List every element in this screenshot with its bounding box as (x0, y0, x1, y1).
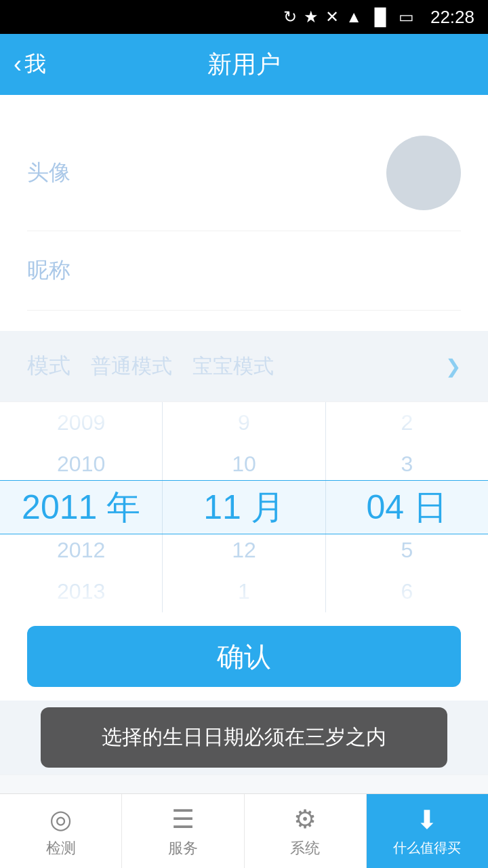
status-time: 22:28 (430, 7, 474, 28)
gear-icon: ⚙ (293, 804, 317, 834)
picker-day-item-4: 6 (326, 571, 488, 612)
tab-item-system[interactable]: ⚙ 系统 (245, 794, 367, 868)
picker-day-selected: 04 日 (326, 485, 488, 530)
wifi-icon: ▲ (346, 7, 362, 26)
tab-label-detect: 检测 (46, 838, 76, 859)
tab-item-detect[interactable]: ◎ 检测 (0, 794, 122, 868)
tab-item-service[interactable]: ☰ 服务 (122, 794, 244, 868)
signal-icon: ▐▌ (369, 7, 392, 26)
toast-message: 选择的生日日期必须在三岁之内 (41, 707, 447, 768)
picker-year-item-4: 2013 (0, 571, 162, 612)
picker-month-item-1: 10 (163, 443, 325, 485)
avatar-row: 头像 (27, 115, 461, 231)
mode-right-value: 宝宝模式 (192, 353, 274, 380)
picker-month-item-3: 12 (163, 530, 325, 572)
tab-item-smzdm[interactable]: ⬇ 什么值得买 (367, 794, 488, 868)
nav-bar: ‹ 我 新用户 (0, 34, 488, 95)
person-pin-icon: ⬇ (416, 805, 438, 835)
picker-year-selected: 2011 年 (0, 485, 162, 530)
picker-day-item-3: 5 (326, 530, 488, 572)
mode-row: 模式 普通模式 宝宝模式 ❯ (0, 331, 488, 402)
picker-year-item-0: 2009 (0, 402, 162, 443)
picker-month-col[interactable]: 9 10 11 月 12 1 (163, 402, 325, 612)
picker-year-item-1: 2010 (0, 443, 162, 485)
tab-bar: ◎ 检测 ☰ 服务 ⚙ 系统 ⬇ 什么值得买 (0, 793, 488, 868)
list-icon: ☰ (171, 804, 195, 834)
picker-day-col[interactable]: 2 3 04 日 5 6 (326, 402, 488, 612)
radar-icon: ◎ (49, 804, 72, 834)
main-content: 头像 昵称 模式 普通模式 宝宝模式 ❯ 2009 2010 2011 年 20… (0, 95, 488, 868)
sync-icon: ↻ (283, 7, 297, 26)
tab-label-service: 服务 (168, 838, 198, 859)
nickname-row: 昵称 (27, 231, 461, 311)
picker-year-item-3: 2012 (0, 530, 162, 572)
confirm-button[interactable]: 确认 (27, 626, 461, 687)
toast-text: 选择的生日日期必须在三岁之内 (102, 726, 386, 748)
signal-mute-icon: ✕ (325, 7, 339, 26)
bluetooth-icon: ★ (304, 7, 319, 26)
back-button[interactable]: ‹ 我 (14, 50, 46, 79)
mode-left-value: 普通模式 (91, 353, 172, 380)
back-label: 我 (24, 50, 46, 79)
nickname-label: 昵称 (27, 258, 70, 282)
picker-month-selected: 11 月 (163, 485, 325, 530)
picker-day-item-0: 2 (326, 402, 488, 443)
confirm-button-area: 确认 (0, 612, 488, 701)
form-section: 头像 昵称 (0, 95, 488, 331)
status-bar: ↻ ★ ✕ ▲ ▐▌ ▭ 22:28 (0, 0, 488, 34)
avatar-label: 头像 (27, 158, 70, 188)
back-chevron-icon: ‹ (14, 52, 22, 77)
picker-month-item-0: 9 (163, 402, 325, 443)
status-icons: ↻ ★ ✕ ▲ ▐▌ ▭ (283, 7, 414, 26)
tab-label-smzdm: 什么值得买 (393, 839, 461, 857)
date-picker[interactable]: 2009 2010 2011 年 2012 2013 9 10 11 月 12 … (0, 402, 488, 612)
tab-label-system: 系统 (290, 838, 320, 859)
picker-month-item-4: 1 (163, 571, 325, 612)
picker-year-col[interactable]: 2009 2010 2011 年 2012 2013 (0, 402, 162, 612)
picker-day-item-1: 3 (326, 443, 488, 485)
mode-arrow-icon: ❯ (445, 355, 461, 378)
avatar[interactable] (386, 136, 461, 210)
page-title: 新用户 (207, 48, 281, 81)
battery-icon: ▭ (399, 7, 414, 26)
mode-label: 模式 (27, 351, 70, 381)
